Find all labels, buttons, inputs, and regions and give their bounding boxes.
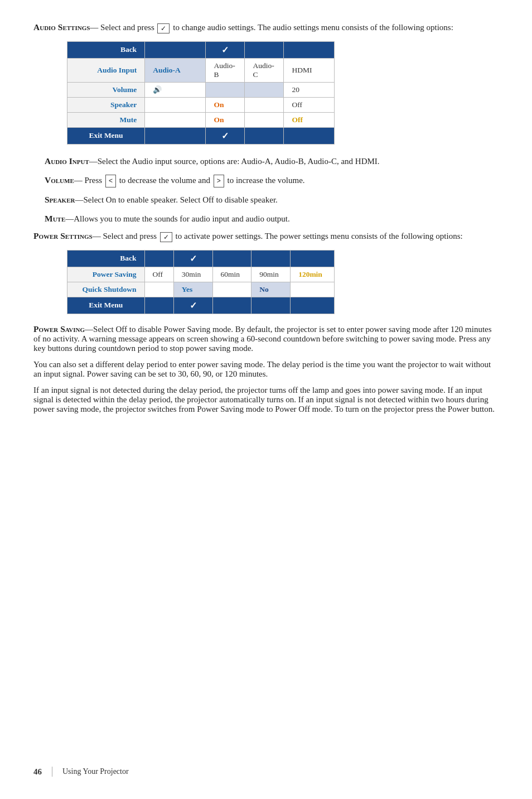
audio-volume-bar2 [245,82,284,97]
audio-volume-label: Volume [67,82,145,97]
quick-shutdown-label: Quick Shutdown [67,282,145,297]
left-btn: < [105,175,116,187]
audio-back-empty2 [245,41,284,58]
audio-back-check: ✓ [206,41,245,58]
quick-shutdown-row: Quick Shutdown Yes No [67,282,335,297]
audio-input-dash: — [89,157,98,166]
audio-b-cell: Audio-B [206,58,245,82]
power-back-label: Back [67,250,145,267]
volume-text-pre: Press [83,176,104,185]
power-settings-intro2: to activate power settings. The power se… [176,232,463,240]
audio-mute-empty [145,112,206,127]
right-btn: > [214,175,224,187]
power-settings-menu: Back ✓ Power Saving Off 30min 60min 90mi… [67,250,499,314]
audio-exit-check: ✓ [206,127,245,144]
power-exit-row: Exit Menu ✓ [67,297,335,314]
audio-settings-intro2: to change audio settings. The audio sett… [173,23,453,32]
power-exit-empty2 [212,297,252,314]
power-saving-para2: You can also set a different delay perio… [33,360,491,378]
audio-exit-empty1 [145,127,206,144]
audio-input-heading: Audio Input [45,156,89,166]
audio-back-label: Back [67,41,145,58]
enter-icon-power: ✓ [160,232,172,242]
audio-settings-dash: — [90,23,98,32]
mute-text: Allows you to mute the sounds for audio … [74,214,289,223]
power-saving-dash: — [85,325,93,334]
power-menu-table: Back ✓ Power Saving Off 30min 60min 90mi… [67,250,335,314]
power-saving-para3-block: If an input signal is not detected durin… [33,386,499,414]
audio-menu-table: Back ✓ Audio Input Audio-A Audio-B Audio… [67,41,335,145]
power-back-empty1 [144,250,173,267]
power-back-check: ✓ [173,250,212,267]
audio-volume-bar1 [206,82,245,97]
mute-heading: Mute [45,214,65,223]
quick-shutdown-empty2 [212,282,252,297]
power-exit-empty1 [144,297,173,314]
quick-shutdown-empty [144,282,173,297]
volume-text-mid: to decrease the volume and [117,176,212,185]
power-settings-intro: Select and press ✓ [101,232,176,240]
power-saving-off: Off [144,267,173,282]
power-saving-120min: 120min [291,267,335,282]
power-back-empty2 [212,250,252,267]
power-saving-para1: Select Off to disable Power Saving mode.… [33,325,492,353]
audio-back-empty1 [145,41,206,58]
power-exit-check: ✓ [173,297,212,314]
footer-section: Using Your Projector [62,767,129,776]
audio-input-desc-block: Audio Input—Select the Audio input sourc… [45,155,499,168]
audio-volume-row: Volume 🔊 20 [67,82,335,97]
power-saving-para2-block: You can also set a different delay perio… [33,360,499,379]
quick-shutdown-no: No [252,282,291,297]
audio-hdmi-cell: HDMI [284,58,335,82]
footer-divider [52,767,52,777]
audio-speaker-off: Off [284,97,335,112]
audio-settings-heading: Audio Settings [33,22,90,32]
power-exit-empty4 [291,297,335,314]
quick-shutdown-yes: Yes [173,282,212,297]
speaker-icon: 🔊 [153,85,162,94]
audio-mute-on: On [206,112,245,127]
enter-icon-audio: ✓ [157,23,170,33]
volume-desc-block: Volume— Press < to decrease the volume a… [45,174,499,187]
power-saving-heading: Power Saving [33,324,85,334]
audio-speaker-empty2 [245,97,284,112]
page-footer: 46 Using Your Projector [33,767,129,777]
audio-back-row: Back ✓ [67,41,335,58]
audio-mute-label: Mute [67,112,145,127]
power-saving-row: Power Saving Off 30min 60min 90min 120mi… [67,267,335,282]
quick-shutdown-empty3 [291,282,335,297]
speaker-dash: — [75,195,83,204]
power-settings-dash: — [93,232,101,240]
volume-dash: — [74,176,83,185]
power-exit-empty3 [252,297,291,314]
audio-settings-intro: Select and press ✓ [98,23,173,32]
audio-settings-block: Audio Settings— Select and press ✓ to ch… [33,22,499,33]
page-number: 46 [33,767,42,777]
speaker-desc-block: Speaker—Select On to enable speaker. Sel… [45,193,499,206]
audio-volume-speaker: 🔊 [145,82,206,97]
audio-mute-row: Mute On Off [67,112,335,127]
power-settings-heading: Power Settings [33,231,93,240]
mute-desc-block: Mute—Allows you to mute the sounds for a… [45,212,499,225]
power-exit-label: Exit Menu [67,297,145,314]
audio-volume-20: 20 [284,82,335,97]
power-settings-block: Power Settings— Select and press ✓ to ac… [33,231,499,242]
audio-exit-empty2 [245,127,284,144]
audio-exit-row: Exit Menu ✓ [67,127,335,144]
audio-c-cell: Audio-C [245,58,284,82]
power-back-empty3 [252,250,291,267]
audio-speaker-label: Speaker [67,97,145,112]
power-saving-desc-block: Power Saving—Select Off to disable Power… [33,324,499,353]
volume-heading: Volume [45,175,74,185]
audio-exit-empty3 [284,127,335,144]
audio-speaker-on: On [206,97,245,112]
audio-input-row: Audio Input Audio-A Audio-B Audio-C HDMI [67,58,335,82]
power-saving-60min: 60min [212,267,252,282]
audio-speaker-row: Speaker On Off [67,97,335,112]
power-saving-para3: If an input signal is not detected durin… [33,386,495,413]
audio-speaker-empty [145,97,206,112]
audio-back-empty3 [284,41,335,58]
mute-dash: — [65,214,74,223]
audio-input-text: Select the Audio input source, options a… [98,157,380,166]
volume-text-post: to increase the volume. [225,176,305,185]
